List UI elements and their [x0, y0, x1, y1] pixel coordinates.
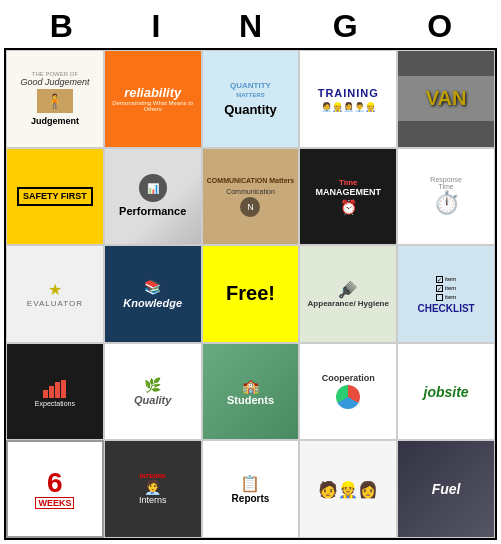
letter-n: N: [206, 8, 294, 45]
response-top: ResponseTime: [430, 176, 462, 190]
training-label: TRAINING: [317, 86, 380, 100]
cell-communication[interactable]: COMMUNICATION Matters Communication N: [202, 148, 300, 246]
cooperation-chart: [336, 385, 360, 409]
quantity-label: Quantity: [223, 101, 278, 118]
jobsite-label: jobsite: [424, 384, 469, 400]
evaluator-label: EVALUATOR: [27, 299, 83, 308]
management-label: MANAGEMENT: [316, 187, 382, 197]
reports-icon: 📋: [240, 474, 260, 493]
cell-appearance[interactable]: 🪮 Appearance/ Hygiene: [299, 245, 397, 343]
cell-quantity[interactable]: QUANTITYMATTERS Quantity: [202, 50, 300, 148]
quantity-top: QUANTITYMATTERS: [228, 79, 273, 101]
cell-performance[interactable]: 📊 Performance: [104, 148, 202, 246]
van-label: VAN: [426, 87, 467, 110]
cell-evaluator[interactable]: ★ EVALUATOR: [6, 245, 104, 343]
expectations-label: Expectations: [35, 400, 75, 407]
letter-b: B: [17, 8, 105, 45]
stopwatch-icon: ⏱️: [433, 190, 460, 216]
cell-interns[interactable]: INTERNS 🧑‍💼 Interns: [104, 440, 202, 538]
students-icon: 🏫: [242, 378, 259, 394]
cell-responsetime[interactable]: ResponseTime ⏱️: [397, 148, 495, 246]
cell-reliability[interactable]: reliability Demonstrating What Means to …: [104, 50, 202, 148]
performance-label: Performance: [118, 204, 187, 218]
checklist-label: CHECKLIST: [417, 303, 474, 314]
safety-label: SAFETY FIRST: [17, 187, 93, 207]
people-icons: 🧑👷👩: [318, 480, 378, 499]
bingo-header: B I N G O: [4, 4, 497, 48]
training-icons: 🧑‍💼👷👩‍💼👨‍💼👷: [321, 102, 376, 112]
appearance-label: Appearance/ Hygiene: [308, 299, 389, 308]
judgement-label: Judgement: [30, 115, 80, 127]
book-icon: 📚: [144, 279, 161, 295]
clock-icon: ⏰: [340, 199, 357, 215]
students-label: Students: [227, 394, 274, 406]
interns-label: Interns: [139, 495, 167, 505]
cell-fuel[interactable]: Fuel: [397, 440, 495, 538]
cell-training[interactable]: TRAINING 🧑‍💼👷👩‍💼👨‍💼👷: [299, 50, 397, 148]
bingo-grid: THE POWER OF Good Judgement 🧍 Judgement …: [4, 48, 497, 540]
cell-quality[interactable]: 🌿 Quality: [104, 343, 202, 441]
6weeks-number: 6: [47, 469, 63, 497]
communication-label: Communication: [226, 188, 275, 195]
time-accent: Time: [339, 178, 358, 187]
judgement-cursive: Good Judgement: [20, 77, 89, 87]
cell-knowledge[interactable]: 📚 Knowledge: [104, 245, 202, 343]
6weeks-label: WEEKS: [35, 497, 74, 509]
cell-judgement[interactable]: THE POWER OF Good Judgement 🧍 Judgement: [6, 50, 104, 148]
checklist-items: ✓item ✓item item: [436, 276, 456, 301]
cell-6weeks[interactable]: 6 WEEKS: [6, 440, 104, 538]
cell-safety[interactable]: SAFETY FIRST: [6, 148, 104, 246]
reliability-label: reliability: [124, 85, 181, 100]
knowledge-label: Knowledge: [123, 297, 182, 309]
cell-expectations[interactable]: Expectations: [6, 343, 104, 441]
appearance-icon: 🪮: [338, 280, 358, 299]
free-label: Free!: [226, 282, 275, 305]
cell-students[interactable]: 🏫 Students: [202, 343, 300, 441]
fuel-label: Fuel: [432, 481, 461, 497]
reliability-sub: Demonstrating What Means to Others: [105, 100, 201, 112]
bar-chart: [43, 378, 66, 398]
cell-checklist[interactable]: ✓item ✓item item CHECKLIST: [397, 245, 495, 343]
cell-free[interactable]: Free!: [202, 245, 300, 343]
star-icon: ★: [48, 280, 62, 299]
reports-label: Reports: [232, 493, 270, 504]
letter-g: G: [301, 8, 389, 45]
cell-van[interactable]: VAN: [397, 50, 495, 148]
cell-jobsite[interactable]: jobsite: [397, 343, 495, 441]
cell-timemanagement[interactable]: Time MANAGEMENT ⏰: [299, 148, 397, 246]
quality-icon: 🌿: [144, 377, 161, 393]
cooperation-label: Cooperation: [322, 373, 375, 383]
letter-i: I: [112, 8, 200, 45]
cell-reports[interactable]: 📋 Reports: [202, 440, 300, 538]
quality-label: Quality: [134, 394, 171, 406]
interns-person: 🧑‍💼: [144, 479, 161, 495]
cell-cooperation[interactable]: Cooperation: [299, 343, 397, 441]
letter-o: O: [396, 8, 484, 45]
bingo-card: B I N G O THE POWER OF Good Judgement 🧍 …: [0, 0, 501, 544]
cell-people[interactable]: 🧑👷👩: [299, 440, 397, 538]
communication-top: COMMUNICATION Matters: [206, 176, 295, 186]
